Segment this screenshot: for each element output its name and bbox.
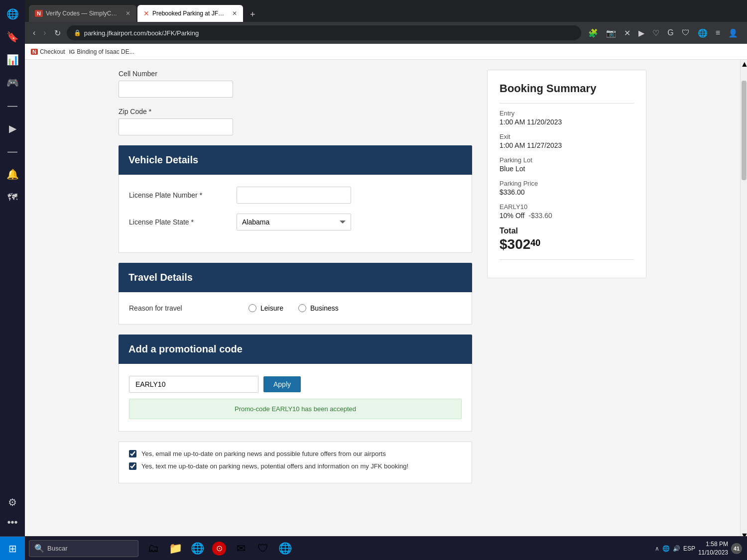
back-button[interactable]: ‹	[31, 26, 37, 39]
new-tab-button[interactable]: +	[246, 7, 259, 22]
business-option[interactable]: Business	[298, 304, 339, 312]
booking-summary-card: Booking Summary Entry 1:00 AM 11/20/2023…	[487, 70, 646, 278]
booking-summary-sidebar: Booking Summary Entry 1:00 AM 11/20/2023…	[487, 70, 646, 483]
translate-icon[interactable]: G	[664, 26, 676, 39]
tray-arrow[interactable]: ∧	[655, 545, 659, 552]
tray-locale: ESP	[683, 545, 695, 552]
taskbar-app-mail[interactable]: ✉	[230, 538, 252, 560]
total-dollars: $302	[499, 236, 530, 252]
vehicle-section: Vehicle Details License Plate Number * L…	[119, 145, 472, 253]
profile-icon[interactable]: 👤	[725, 26, 741, 40]
email-consent-label: Yes, email me up-to-date on parking news…	[141, 450, 386, 457]
scroll-top-arrow[interactable]: ▲	[741, 60, 747, 65]
taskbar-app-chrome[interactable]: 🌐	[274, 538, 296, 560]
tab1-close-icon[interactable]: ✕	[125, 10, 130, 17]
screenshot-icon[interactable]: 📷	[603, 26, 619, 40]
total-row: Total $30240	[499, 226, 634, 252]
scroll-thumb[interactable]	[742, 81, 747, 180]
leisure-label: Leisure	[260, 304, 283, 312]
sidebar-icon-bookmarks[interactable]: 🔖	[2, 27, 22, 47]
page-scrollbar[interactable]: ▲ ▼	[740, 60, 747, 536]
start-button[interactable]: ⊞	[0, 537, 25, 560]
total-cents: 40	[530, 238, 540, 248]
main-form: Cell Number Zip Code * Vehicle Details	[119, 70, 472, 483]
page-scrollable[interactable]: Cell Number Zip Code * Vehicle Details	[25, 60, 740, 536]
tab1-title: Verify Codes — SimplyCod...	[46, 10, 121, 17]
email-consent-checkbox[interactable]	[129, 450, 136, 457]
menu-icon[interactable]: ≡	[713, 26, 723, 39]
sidebar-icon-play[interactable]: ▶	[2, 118, 22, 138]
close-icon[interactable]: ✕	[621, 26, 633, 40]
booking-summary-title: Booking Summary	[499, 82, 634, 95]
promo-code-label: EARLY10	[499, 203, 634, 211]
sidebar-icon-minus2[interactable]: —	[2, 141, 22, 161]
taskbar-search-icon: 🔍	[34, 544, 44, 553]
taskbar-app-edge[interactable]: 🌐	[186, 538, 208, 560]
heart-icon[interactable]: ♡	[649, 26, 662, 40]
play-icon[interactable]: ▶	[635, 26, 647, 40]
sidebar-icon-alert[interactable]: 🔔	[2, 164, 22, 184]
shield-icon[interactable]: 🛡	[679, 26, 693, 39]
tray-network[interactable]: 🌐	[662, 545, 670, 552]
text-consent-row: Yes, text me up-to-date on parking news,…	[129, 462, 462, 470]
cell-number-input[interactable]	[119, 81, 233, 98]
sidebar-icon-more[interactable]: •••	[2, 512, 22, 532]
taskbar-app-explorer[interactable]: 📁	[164, 538, 186, 560]
summary-divider-top	[499, 103, 634, 104]
text-consent-label: Yes, text me up-to-date on parking news,…	[141, 462, 408, 470]
refresh-button[interactable]: ↻	[52, 26, 63, 40]
page-inner: Cell Number Zip Code * Vehicle Details	[109, 60, 656, 523]
taskbar-search-box[interactable]: 🔍	[29, 540, 138, 557]
extensions-icon[interactable]: 🧩	[585, 26, 601, 40]
promo-code-input[interactable]	[129, 376, 258, 393]
bookmark-isaac[interactable]: IG Binding of Isaac DE...	[69, 48, 134, 55]
parking-lot-label: Parking Lot	[499, 156, 634, 164]
forward-button[interactable]: ›	[41, 26, 48, 39]
edge-icon[interactable]: 🌐	[695, 26, 711, 40]
license-plate-row: License Plate Number *	[129, 187, 462, 204]
parking-lot-value: Blue Lot	[499, 165, 634, 173]
sidebar-icon-map[interactable]: 🗺	[2, 187, 22, 207]
apply-button[interactable]: Apply	[263, 376, 301, 392]
business-label: Business	[310, 304, 339, 312]
license-plate-input[interactable]	[237, 187, 351, 204]
taskbar-app-unknown[interactable]: ⊙	[208, 538, 230, 560]
tab1-favicon: N	[35, 10, 43, 17]
summary-divider-bottom	[499, 259, 634, 260]
tab-2[interactable]: ✕ Prebooked Parking at JFK A... ✕	[137, 5, 243, 22]
zip-code-input[interactable]	[119, 118, 233, 135]
taskbar-app-security[interactable]: 🛡	[252, 538, 274, 560]
bookmark-checkout[interactable]: N Checkout	[31, 48, 65, 55]
promo-section-header: Add a promotional code	[119, 335, 472, 364]
sidebar-icon-minus1[interactable]: —	[2, 96, 22, 115]
sidebar-icon-game[interactable]: 🎮	[2, 73, 22, 93]
url-box[interactable]: 🔒 parking.jfkairport.com/book/JFK/Parkin…	[67, 25, 582, 40]
sidebar-icon-analytics[interactable]: 📊	[2, 50, 22, 70]
exit-label: Exit	[499, 133, 634, 140]
license-state-select[interactable]: Alabama Alaska Arizona Arkansas Californ…	[237, 214, 351, 230]
taskbar-search-input[interactable]	[47, 545, 133, 552]
business-radio[interactable]	[298, 304, 306, 312]
notification-badge[interactable]: 41	[731, 543, 742, 554]
zip-code-label: Zip Code *	[119, 108, 472, 115]
system-clock[interactable]: 1:58 PM 11/10/2023	[698, 540, 728, 557]
sidebar-icon-browser[interactable]: 🌐	[2, 4, 22, 24]
tab-1[interactable]: N Verify Codes — SimplyCod... ✕	[29, 5, 136, 22]
email-consent-row: Yes, email me up-to-date on parking news…	[129, 450, 462, 457]
parking-price-label: Parking Price	[499, 180, 634, 187]
parking-lot-row: Parking Lot Blue Lot	[499, 156, 634, 173]
clock-time: 1:58 PM	[698, 540, 728, 549]
tab2-close-icon[interactable]: ✕	[232, 10, 237, 17]
text-consent-checkbox[interactable]	[129, 462, 136, 470]
promo-section-body: Apply Promo-code EARLY10 has been accept…	[119, 364, 472, 432]
sidebar-icon-settings[interactable]: ⚙	[2, 492, 22, 512]
reason-travel-row: Reason for travel Leisure Business	[129, 304, 462, 312]
zip-code-group: Zip Code *	[119, 108, 472, 135]
tray-volume[interactable]: 🔊	[673, 545, 680, 552]
leisure-radio[interactable]	[249, 304, 256, 312]
leisure-option[interactable]: Leisure	[249, 304, 283, 312]
taskbar-app-files[interactable]: 🗂	[142, 538, 164, 560]
promo-row: Apply	[129, 376, 462, 393]
scroll-bottom-arrow[interactable]: ▼	[741, 531, 747, 536]
vehicle-section-body: License Plate Number * License Plate Sta…	[119, 175, 472, 253]
